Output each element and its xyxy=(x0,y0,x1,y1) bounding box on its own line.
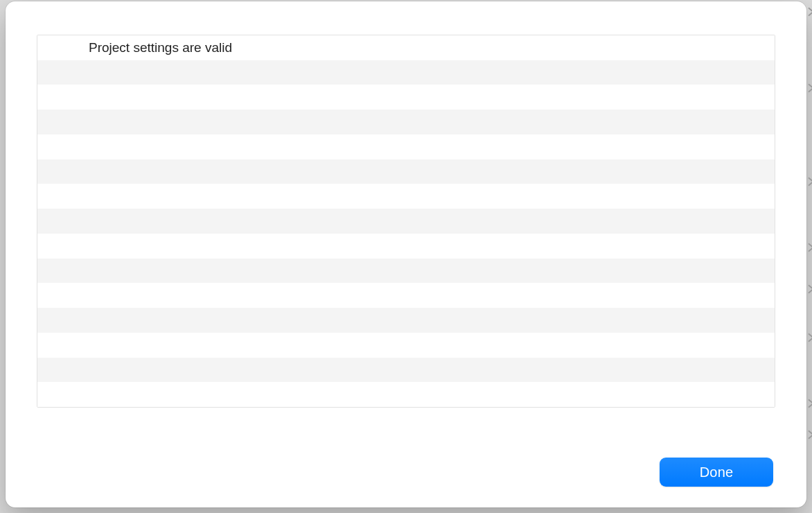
list-row xyxy=(37,382,775,407)
validation-list: Project settings are valid xyxy=(37,35,775,408)
list-row xyxy=(37,60,775,85)
list-row xyxy=(37,358,775,383)
chevron-right-icon xyxy=(806,399,812,408)
chevron-right-icon xyxy=(806,83,812,93)
list-row xyxy=(37,85,775,110)
chevron-right-icon xyxy=(806,243,812,252)
list-row xyxy=(37,134,775,159)
list-row xyxy=(37,234,775,259)
list-row xyxy=(37,110,775,134)
list-row xyxy=(37,209,775,234)
done-button[interactable]: Done xyxy=(660,458,773,487)
chevron-right-icon xyxy=(806,284,812,294)
list-row xyxy=(37,184,775,209)
list-row: Project settings are valid xyxy=(37,35,775,60)
chevron-right-icon xyxy=(806,430,812,440)
chevron-right-icon xyxy=(806,7,812,17)
list-row xyxy=(37,308,775,333)
chevron-right-icon xyxy=(806,333,812,342)
list-row xyxy=(37,333,775,358)
list-row xyxy=(37,259,775,284)
dialog-footer: Done xyxy=(6,408,806,507)
list-row xyxy=(37,159,775,184)
list-row xyxy=(37,283,775,308)
validation-dialog: Project settings are valid xyxy=(6,1,806,507)
list-row-label: Project settings are valid xyxy=(89,40,232,55)
chevron-right-icon xyxy=(806,177,812,186)
